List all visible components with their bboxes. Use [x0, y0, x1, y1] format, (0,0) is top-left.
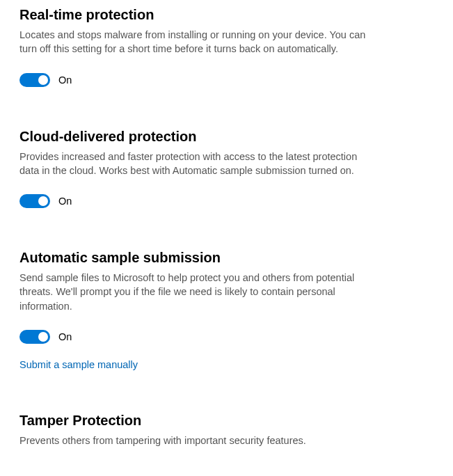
automatic-sample-submission-description: Send sample files to Microsoft to help p… — [19, 271, 367, 313]
realtime-protection-title: Real-time protection — [19, 6, 434, 24]
automatic-sample-submission-toggle[interactable] — [19, 330, 50, 344]
cloud-delivered-protection-title: Cloud-delivered protection — [19, 127, 434, 145]
toggle-knob — [38, 332, 48, 342]
automatic-sample-submission-toggle-label: On — [58, 331, 72, 342]
submit-sample-manually-link[interactable]: Submit a sample manually — [19, 359, 138, 370]
cloud-delivered-protection-description: Provides increased and faster protection… — [19, 150, 367, 178]
section-cloud-delivered-protection: Cloud-delivered protection Provides incr… — [19, 127, 434, 209]
cloud-delivered-protection-toggle-row: On — [19, 194, 434, 208]
toggle-knob — [38, 196, 48, 206]
automatic-sample-submission-title: Automatic sample submission — [19, 248, 434, 267]
automatic-sample-submission-toggle-row: On — [19, 330, 434, 344]
tamper-protection-description: Prevents others from tampering with impo… — [19, 434, 367, 447]
toggle-knob — [38, 75, 48, 85]
cloud-delivered-protection-toggle-label: On — [58, 196, 72, 207]
section-tamper-protection: Tamper Protection Prevents others from t… — [19, 411, 434, 447]
realtime-protection-toggle-row: On — [19, 73, 434, 87]
realtime-protection-toggle-label: On — [58, 74, 72, 86]
section-realtime-protection: Real-time protection Locates and stops m… — [19, 6, 434, 87]
section-automatic-sample-submission: Automatic sample submission Send sample … — [19, 248, 434, 371]
cloud-delivered-protection-toggle[interactable] — [19, 194, 50, 208]
tamper-protection-title: Tamper Protection — [19, 411, 434, 429]
realtime-protection-description: Locates and stops malware from installin… — [19, 28, 367, 56]
realtime-protection-toggle[interactable] — [19, 73, 50, 87]
